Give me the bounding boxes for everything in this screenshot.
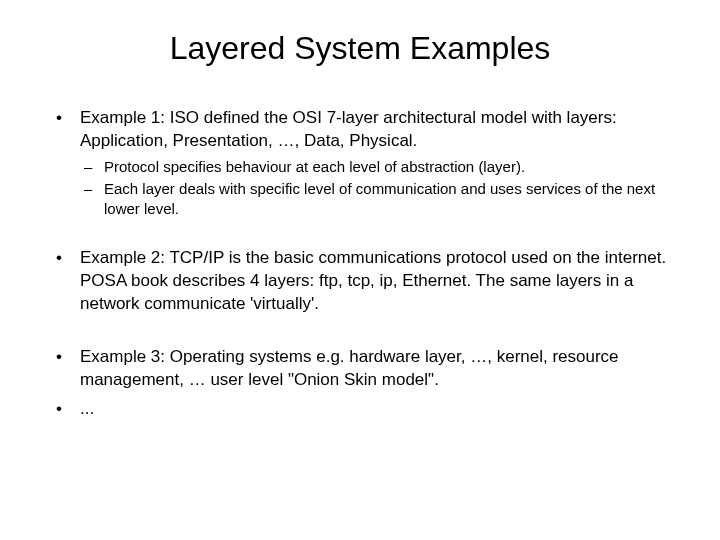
bullet-text: Example 3: Operating systems e.g. hardwa… (80, 346, 670, 392)
bullet-marker: • (50, 247, 80, 316)
bullet-example-3: • Example 3: Operating systems e.g. hard… (50, 346, 670, 392)
sub-bullet-marker: – (80, 179, 104, 218)
bullet-example-1: • Example 1: ISO defined the OSI 7-layer… (50, 107, 670, 153)
sub-bullet-marker: – (80, 157, 104, 177)
bullet-text: Example 2: TCP/IP is the basic communica… (80, 247, 670, 316)
bullet-example-2: • Example 2: TCP/IP is the basic communi… (50, 247, 670, 316)
sub-bullet-text: Protocol specifies behaviour at each lev… (104, 157, 670, 177)
bullet-text: Example 1: ISO defined the OSI 7-layer a… (80, 107, 670, 153)
bullet-ellipsis: • ... (50, 398, 670, 421)
slide-title: Layered System Examples (50, 30, 670, 67)
bullet-marker: • (50, 346, 80, 392)
sub-bullet-each-layer: – Each layer deals with specific level o… (80, 179, 670, 218)
sub-bullet-text: Each layer deals with specific level of … (104, 179, 670, 218)
bullet-marker: • (50, 107, 80, 153)
bullet-text: ... (80, 398, 670, 421)
sub-bullet-protocol: – Protocol specifies behaviour at each l… (80, 157, 670, 177)
bullet-marker: • (50, 398, 80, 421)
